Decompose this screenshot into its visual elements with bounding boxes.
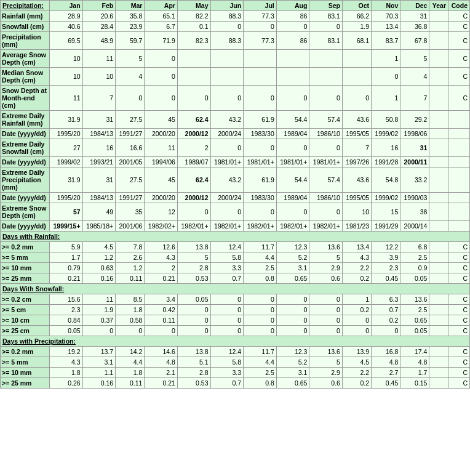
data-cell: 0.21 xyxy=(50,273,83,284)
data-cell: 2000/11 xyxy=(400,157,429,167)
data-cell: 16.8 xyxy=(372,347,400,357)
data-cell: 11.7 xyxy=(244,347,277,357)
data-cell: 1983/30 xyxy=(244,193,277,203)
row-label: >= 10 mm xyxy=(1,368,50,378)
data-cell: 0.7 xyxy=(210,378,244,389)
data-cell: 33.2 xyxy=(400,167,429,193)
data-cell: 7 xyxy=(400,86,429,111)
row-label: >= 0.2 mm xyxy=(1,242,50,252)
data-cell: 1984/13 xyxy=(82,129,116,139)
data-cell: 2000/20 xyxy=(145,193,178,203)
data-cell: 88.3 xyxy=(210,32,244,50)
row-label: Extreme Daily Precipitation (mm) xyxy=(1,167,50,193)
data-cell: C xyxy=(448,50,470,68)
data-cell: 0 xyxy=(276,315,309,326)
data-cell: 68.1 xyxy=(342,32,371,50)
data-cell: 0 xyxy=(372,68,400,86)
data-cell: 1981/01+ xyxy=(276,157,309,167)
data-cell: 2001/05 xyxy=(116,157,145,167)
data-cell: 45 xyxy=(145,167,178,193)
data-cell: 1999/02 xyxy=(372,193,400,203)
data-cell: C xyxy=(448,315,470,326)
data-cell xyxy=(429,139,448,157)
data-cell: 83.1 xyxy=(309,32,343,50)
data-cell: 0.15 xyxy=(400,378,429,389)
data-cell: 50.8 xyxy=(372,111,400,129)
data-cell xyxy=(448,157,470,167)
data-cell: 0 xyxy=(244,326,277,336)
data-cell: 0.37 xyxy=(82,315,116,326)
data-cell: 0 xyxy=(82,326,116,336)
data-cell: 31 xyxy=(82,111,116,129)
data-cell: 1 xyxy=(342,294,371,305)
data-cell: 0.7 xyxy=(372,305,400,315)
data-cell xyxy=(448,167,470,193)
data-cell: 0.21 xyxy=(145,378,178,389)
data-cell: 1985/18+ xyxy=(82,221,116,232)
data-cell: 0.16 xyxy=(82,273,116,284)
data-cell: 12.4 xyxy=(210,242,244,252)
data-cell: 0.1 xyxy=(177,22,210,32)
row-label: Average Snow Depth (cm) xyxy=(1,50,50,68)
data-cell: 11 xyxy=(82,50,116,68)
data-cell: 2.6 xyxy=(116,252,145,263)
data-cell xyxy=(429,347,448,357)
data-cell xyxy=(429,50,448,68)
data-cell: 7 xyxy=(82,86,116,111)
row-label: Median Snow Depth (cm) xyxy=(1,68,50,86)
data-cell: 31 xyxy=(400,11,429,22)
data-cell: 67.8 xyxy=(400,32,429,50)
data-cell: 88.3 xyxy=(210,11,244,22)
data-cell: 1.1 xyxy=(82,368,116,378)
row-label: Date (yyyy/dd) xyxy=(1,157,50,167)
data-cell: 82.2 xyxy=(177,11,210,22)
data-cell: 0 xyxy=(309,139,343,157)
data-cell: 3.9 xyxy=(372,252,400,263)
data-cell: 0 xyxy=(342,315,371,326)
data-cell: 4.3 xyxy=(50,357,83,368)
data-cell: 0 xyxy=(177,86,210,111)
data-cell: 12.6 xyxy=(145,242,178,252)
data-cell: 1995/05 xyxy=(342,193,371,203)
data-cell: 16 xyxy=(372,139,400,157)
data-cell: 1986/10 xyxy=(309,193,343,203)
data-cell: 4.4 xyxy=(116,357,145,368)
data-cell: 13.4 xyxy=(372,22,400,32)
data-cell: 59.7 xyxy=(116,32,145,50)
data-cell: 31.9 xyxy=(50,167,83,193)
data-cell xyxy=(429,11,448,22)
data-cell: 28.4 xyxy=(82,22,116,32)
data-cell: 31 xyxy=(400,139,429,157)
data-cell: 3.4 xyxy=(145,294,178,305)
data-cell: 17.4 xyxy=(400,347,429,357)
data-cell xyxy=(429,68,448,86)
data-cell: C xyxy=(448,294,470,305)
data-cell: 0.8 xyxy=(244,273,277,284)
data-cell: 3.3 xyxy=(210,263,244,273)
data-cell: 0 xyxy=(177,315,210,326)
data-cell: C xyxy=(448,347,470,357)
data-cell: 83.1 xyxy=(309,11,343,22)
data-cell: C xyxy=(448,326,470,336)
data-cell: 0 xyxy=(276,305,309,315)
data-cell: 0.05 xyxy=(400,273,429,284)
data-cell: 0.6 xyxy=(309,378,343,389)
header-dec: Dec xyxy=(400,1,429,11)
row-label: >= 25 mm xyxy=(1,378,50,389)
data-cell: 5 xyxy=(116,50,145,68)
data-cell: 0 xyxy=(244,86,277,111)
data-cell: 13.7 xyxy=(82,347,116,357)
data-cell: 0 xyxy=(342,86,371,111)
data-cell: 10 xyxy=(342,203,371,221)
data-cell: 4.3 xyxy=(342,252,371,263)
data-cell: 0.2 xyxy=(342,305,371,315)
data-cell: 4.4 xyxy=(244,252,277,263)
data-cell: 15.6 xyxy=(50,294,83,305)
data-cell: 1991/27 xyxy=(116,129,145,139)
data-cell: 23.9 xyxy=(116,22,145,32)
data-cell: 86 xyxy=(276,11,309,22)
data-cell: 0.2 xyxy=(342,378,371,389)
data-cell: C xyxy=(448,22,470,32)
data-cell: 49 xyxy=(82,203,116,221)
data-cell: 0.53 xyxy=(177,378,210,389)
